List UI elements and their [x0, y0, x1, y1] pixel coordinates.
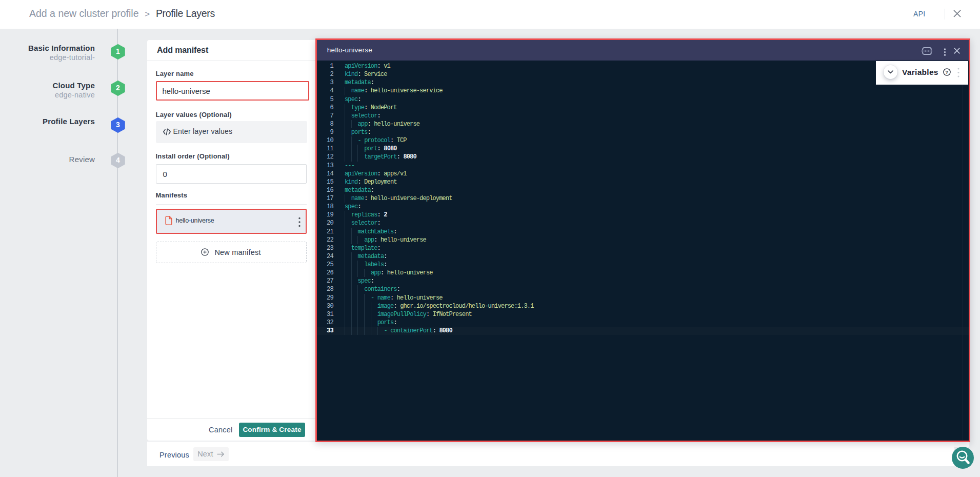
svg-text:?: ?: [946, 69, 949, 74]
